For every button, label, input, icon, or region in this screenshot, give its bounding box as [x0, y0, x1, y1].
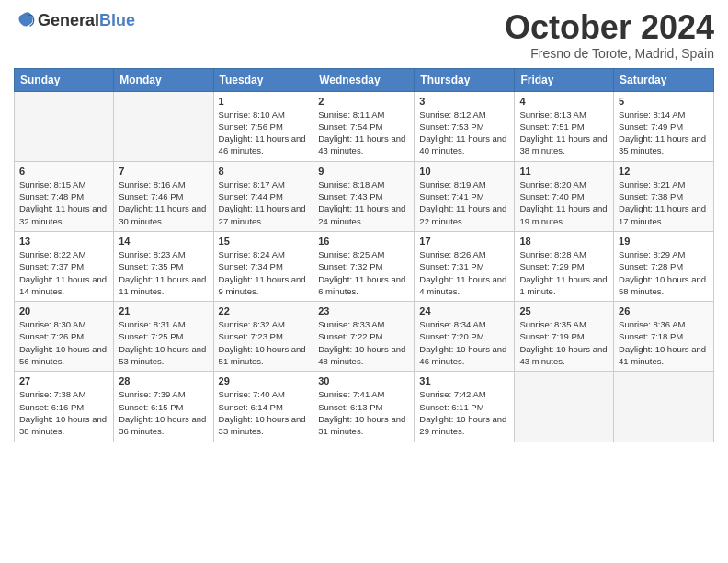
day-number: 6 [19, 166, 108, 177]
day-number: 11 [519, 166, 609, 177]
day-number: 19 [619, 236, 709, 247]
day-info: Sunrise: 8:25 AM Sunset: 7:32 PM Dayligh… [318, 248, 409, 297]
day-number: 26 [619, 305, 709, 316]
calendar-cell: 7Sunrise: 8:16 AM Sunset: 7:46 PM Daylig… [114, 161, 213, 231]
calendar-cell: 27Sunrise: 7:38 AM Sunset: 6:16 PM Dayli… [15, 372, 114, 442]
page-container: GeneralBlue October 2024 Fresno de Torot… [0, 0, 728, 452]
day-info: Sunrise: 8:23 AM Sunset: 7:35 PM Dayligh… [119, 248, 208, 297]
calendar-table: Sunday Monday Tuesday Wednesday Thursday… [14, 68, 714, 442]
day-info: Sunrise: 8:26 AM Sunset: 7:31 PM Dayligh… [419, 248, 509, 297]
header-sunday: Sunday [15, 68, 114, 91]
day-number: 14 [119, 236, 208, 247]
day-info: Sunrise: 8:35 AM Sunset: 7:19 PM Dayligh… [519, 318, 609, 367]
day-number: 4 [519, 96, 609, 107]
week-row-5: 27Sunrise: 7:38 AM Sunset: 6:16 PM Dayli… [15, 372, 714, 442]
day-info: Sunrise: 8:31 AM Sunset: 7:25 PM Dayligh… [119, 318, 208, 367]
day-info: Sunrise: 8:22 AM Sunset: 7:37 PM Dayligh… [19, 248, 108, 297]
week-row-2: 6Sunrise: 8:15 AM Sunset: 7:48 PM Daylig… [15, 161, 714, 231]
weekday-header-row: Sunday Monday Tuesday Wednesday Thursday… [15, 68, 714, 91]
calendar-cell [15, 91, 114, 161]
day-info: Sunrise: 8:14 AM Sunset: 7:49 PM Dayligh… [619, 109, 709, 157]
day-number: 2 [318, 96, 409, 107]
header-friday: Friday [515, 68, 614, 91]
day-info: Sunrise: 8:33 AM Sunset: 7:22 PM Dayligh… [318, 318, 409, 367]
logo-general: General [38, 11, 99, 29]
day-info: Sunrise: 8:36 AM Sunset: 7:18 PM Dayligh… [619, 318, 709, 367]
calendar-cell: 31Sunrise: 7:42 AM Sunset: 6:11 PM Dayli… [415, 372, 515, 442]
calendar-cell: 2Sunrise: 8:11 AM Sunset: 7:54 PM Daylig… [313, 91, 415, 161]
calendar-cell: 29Sunrise: 7:40 AM Sunset: 6:14 PM Dayli… [213, 372, 313, 442]
day-info: Sunrise: 8:19 AM Sunset: 7:41 PM Dayligh… [419, 178, 509, 227]
day-info: Sunrise: 7:41 AM Sunset: 6:13 PM Dayligh… [318, 388, 409, 437]
day-info: Sunrise: 8:10 AM Sunset: 7:56 PM Dayligh… [219, 109, 309, 157]
day-number: 22 [219, 305, 309, 316]
calendar-cell: 12Sunrise: 8:21 AM Sunset: 7:38 PM Dayli… [614, 161, 714, 231]
day-number: 5 [619, 96, 709, 107]
calendar-cell: 21Sunrise: 8:31 AM Sunset: 7:25 PM Dayli… [114, 302, 213, 372]
calendar-cell: 1Sunrise: 8:10 AM Sunset: 7:56 PM Daylig… [213, 91, 313, 161]
calendar-cell [515, 372, 614, 442]
location: Fresno de Torote, Madrid, Spain [505, 46, 714, 61]
logo: GeneralBlue [14, 9, 135, 31]
day-info: Sunrise: 8:16 AM Sunset: 7:46 PM Dayligh… [119, 178, 208, 227]
calendar-cell: 14Sunrise: 8:23 AM Sunset: 7:35 PM Dayli… [114, 231, 213, 301]
day-number: 12 [619, 166, 709, 177]
calendar-cell: 19Sunrise: 8:29 AM Sunset: 7:28 PM Dayli… [614, 231, 714, 301]
day-number: 1 [219, 96, 309, 107]
day-info: Sunrise: 8:15 AM Sunset: 7:48 PM Dayligh… [19, 178, 108, 227]
header: GeneralBlue October 2024 Fresno de Torot… [14, 9, 714, 61]
calendar-cell: 22Sunrise: 8:32 AM Sunset: 7:23 PM Dayli… [213, 302, 313, 372]
calendar-cell: 8Sunrise: 8:17 AM Sunset: 7:44 PM Daylig… [213, 161, 313, 231]
day-info: Sunrise: 7:39 AM Sunset: 6:15 PM Dayligh… [119, 388, 208, 437]
day-number: 28 [119, 375, 208, 386]
day-info: Sunrise: 8:24 AM Sunset: 7:34 PM Dayligh… [219, 248, 309, 297]
calendar-cell [114, 91, 213, 161]
day-info: Sunrise: 8:21 AM Sunset: 7:38 PM Dayligh… [619, 178, 709, 227]
day-number: 29 [219, 375, 309, 386]
day-number: 25 [519, 305, 609, 316]
calendar-cell: 23Sunrise: 8:33 AM Sunset: 7:22 PM Dayli… [313, 302, 415, 372]
header-monday: Monday [114, 68, 213, 91]
day-info: Sunrise: 8:29 AM Sunset: 7:28 PM Dayligh… [619, 248, 709, 297]
calendar-cell: 28Sunrise: 7:39 AM Sunset: 6:15 PM Dayli… [114, 372, 213, 442]
month-title: October 2024 [505, 9, 714, 46]
calendar-cell: 18Sunrise: 8:28 AM Sunset: 7:29 PM Dayli… [515, 231, 614, 301]
day-number: 27 [19, 375, 108, 386]
calendar-cell: 20Sunrise: 8:30 AM Sunset: 7:26 PM Dayli… [15, 302, 114, 372]
calendar-cell: 15Sunrise: 8:24 AM Sunset: 7:34 PM Dayli… [213, 231, 313, 301]
calendar-cell: 10Sunrise: 8:19 AM Sunset: 7:41 PM Dayli… [415, 161, 515, 231]
week-row-4: 20Sunrise: 8:30 AM Sunset: 7:26 PM Dayli… [15, 302, 714, 372]
calendar-cell: 30Sunrise: 7:41 AM Sunset: 6:13 PM Dayli… [313, 372, 415, 442]
day-info: Sunrise: 7:40 AM Sunset: 6:14 PM Dayligh… [219, 388, 309, 437]
calendar-cell: 13Sunrise: 8:22 AM Sunset: 7:37 PM Dayli… [15, 231, 114, 301]
day-info: Sunrise: 8:28 AM Sunset: 7:29 PM Dayligh… [519, 248, 609, 297]
calendar-cell: 24Sunrise: 8:34 AM Sunset: 7:20 PM Dayli… [415, 302, 515, 372]
header-saturday: Saturday [614, 68, 714, 91]
day-number: 8 [219, 166, 309, 177]
day-info: Sunrise: 7:38 AM Sunset: 6:16 PM Dayligh… [19, 388, 108, 437]
calendar-cell: 17Sunrise: 8:26 AM Sunset: 7:31 PM Dayli… [415, 231, 515, 301]
day-number: 31 [419, 375, 509, 386]
calendar-cell: 11Sunrise: 8:20 AM Sunset: 7:40 PM Dayli… [515, 161, 614, 231]
calendar-cell [614, 372, 714, 442]
day-info: Sunrise: 7:42 AM Sunset: 6:11 PM Dayligh… [419, 388, 509, 437]
calendar-cell: 16Sunrise: 8:25 AM Sunset: 7:32 PM Dayli… [313, 231, 415, 301]
header-thursday: Thursday [415, 68, 515, 91]
calendar-cell: 4Sunrise: 8:13 AM Sunset: 7:51 PM Daylig… [515, 91, 614, 161]
day-number: 24 [419, 305, 509, 316]
day-info: Sunrise: 8:11 AM Sunset: 7:54 PM Dayligh… [318, 109, 409, 157]
calendar-cell: 9Sunrise: 8:18 AM Sunset: 7:43 PM Daylig… [313, 161, 415, 231]
day-info: Sunrise: 8:13 AM Sunset: 7:51 PM Dayligh… [519, 109, 609, 157]
day-number: 3 [419, 96, 509, 107]
title-section: October 2024 Fresno de Torote, Madrid, S… [505, 9, 714, 61]
day-info: Sunrise: 8:20 AM Sunset: 7:40 PM Dayligh… [519, 178, 609, 227]
day-number: 15 [219, 236, 309, 247]
day-info: Sunrise: 8:17 AM Sunset: 7:44 PM Dayligh… [219, 178, 309, 227]
day-info: Sunrise: 8:12 AM Sunset: 7:53 PM Dayligh… [419, 109, 509, 157]
calendar-cell: 25Sunrise: 8:35 AM Sunset: 7:19 PM Dayli… [515, 302, 614, 372]
calendar-cell: 26Sunrise: 8:36 AM Sunset: 7:18 PM Dayli… [614, 302, 714, 372]
calendar-cell: 6Sunrise: 8:15 AM Sunset: 7:48 PM Daylig… [15, 161, 114, 231]
day-info: Sunrise: 8:18 AM Sunset: 7:43 PM Dayligh… [318, 178, 409, 227]
day-info: Sunrise: 8:34 AM Sunset: 7:20 PM Dayligh… [419, 318, 509, 367]
day-number: 13 [19, 236, 108, 247]
